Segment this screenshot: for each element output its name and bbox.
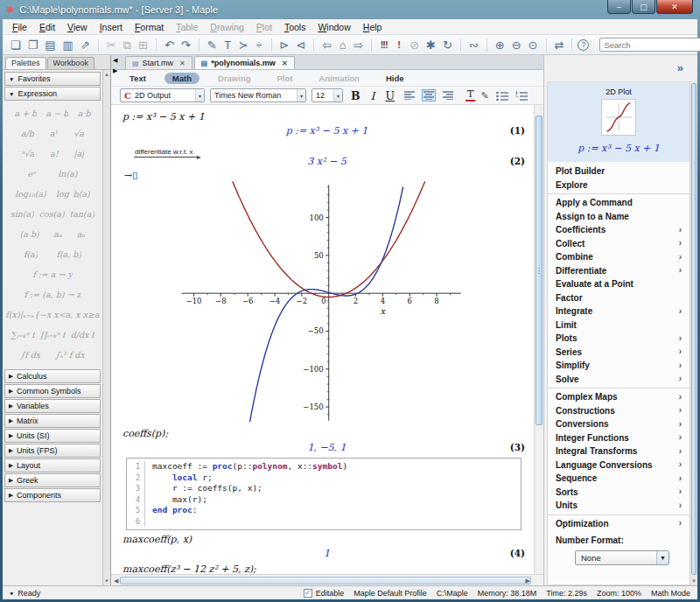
- scrollbar-thumb[interactable]: [120, 577, 531, 584]
- palette-item-definite-integral[interactable]: ∫ₐᵇ f dx: [55, 350, 84, 360]
- paste-icon[interactable]: ⊞: [136, 38, 150, 52]
- undo-icon[interactable]: ↶: [162, 38, 177, 52]
- context-menu-language-conversions[interactable]: Language Conversions›: [548, 458, 690, 472]
- context-menu-plot-builder[interactable]: Plot Builder: [548, 164, 690, 178]
- pen-annotation-icon[interactable]: ✎: [480, 90, 488, 102]
- palette-item-summation[interactable]: ∑ᵢ₌ₖⁿ f: [10, 330, 35, 340]
- interrupt-icon[interactable]: ⊘: [407, 38, 422, 52]
- italic-button[interactable]: I: [368, 89, 378, 102]
- context-menu-complex-maps[interactable]: Complex Maps›: [548, 390, 690, 404]
- scroll-down-icon[interactable]: ▼: [104, 578, 109, 584]
- menu-view[interactable]: View: [61, 20, 94, 34]
- bold-button[interactable]: B: [348, 89, 363, 102]
- execute-all-icon[interactable]: !!!: [377, 39, 390, 51]
- scroll-down-icon[interactable]: ▼: [691, 578, 696, 584]
- context-menu-differentiate[interactable]: Differentiate›: [548, 264, 690, 278]
- tab-workbook[interactable]: Workbook: [47, 57, 94, 69]
- menu-insert[interactable]: Insert: [94, 20, 129, 34]
- document-tab-start-mw[interactable]: ▤Start.mw✕: [125, 56, 192, 69]
- menu-help[interactable]: Help: [357, 20, 388, 34]
- palette-section-calculus[interactable]: ▶Calculus: [4, 369, 101, 383]
- palette-section-components[interactable]: ▶Components: [4, 488, 101, 502]
- outdent-section-icon[interactable]: ⊲: [293, 38, 308, 52]
- insert-maple-input-icon[interactable]: ≻: [236, 38, 251, 52]
- palette-section-units-si[interactable]: ▶Units (SI): [4, 429, 101, 443]
- close-tab-icon[interactable]: ✕: [282, 60, 288, 67]
- palette-item-product-operator[interactable]: ∏ᵢ₌ₖⁿ f: [40, 330, 66, 340]
- mode-animation[interactable]: Animation: [311, 73, 367, 84]
- context-menu-integrate[interactable]: Integrate›: [548, 304, 690, 318]
- mode-drawing[interactable]: Drawing: [210, 73, 258, 84]
- minimize-button[interactable]: –: [607, 0, 631, 14]
- palette-item-subscript[interactable]: aₙ: [53, 229, 62, 239]
- palette-item-evaluate-at-point[interactable]: f(x)|ₓ₌ₐ: [5, 310, 33, 319]
- menu-file[interactable]: File: [6, 20, 33, 34]
- code-edit-region[interactable]: 1maxcoeff := proc(p::polynom, x::symbol)…: [126, 458, 522, 530]
- numbered-list-icon[interactable]: [515, 91, 528, 101]
- palette-item-fraction[interactable]: a/b: [21, 129, 34, 138]
- style-select[interactable]: C 2D Output ▾: [120, 88, 205, 102]
- palette-section-layout[interactable]: ▶Layout: [4, 458, 101, 472]
- context-menu-plots[interactable]: Plots›: [548, 332, 690, 346]
- align-right-icon[interactable]: [441, 89, 455, 102]
- palette-item-power[interactable]: aᵇ: [50, 129, 58, 138]
- menu-window[interactable]: Window: [312, 20, 356, 34]
- go-home-icon[interactable]: ⌂: [336, 38, 349, 52]
- collapse-right-icon[interactable]: ▶: [113, 67, 117, 74]
- menu-table[interactable]: Table: [170, 20, 204, 34]
- input-p-assignment[interactable]: p := x³ − 5 x + 1: [122, 111, 534, 122]
- palette-item-function-two-arg[interactable]: f(a, b): [56, 249, 81, 259]
- context-menu-apply-a-command[interactable]: Apply a Command: [548, 196, 690, 210]
- status-editable[interactable]: ✓Editable: [304, 589, 345, 598]
- context-menu-simplify[interactable]: Simplify›: [548, 359, 690, 373]
- hyperlink-icon[interactable]: ∾: [466, 38, 481, 52]
- palette-item-exponential[interactable]: eᵃ: [27, 169, 35, 178]
- palette-item-mapping-two-arg[interactable]: f := (a, b) → z: [24, 290, 81, 299]
- mode-text[interactable]: Text: [122, 73, 154, 84]
- tab-navigation-icon[interactable]: ⇄: [552, 38, 567, 52]
- palette-section-common-symbols[interactable]: ▶Common Symbols: [4, 384, 101, 398]
- palette-item-log-base-b[interactable]: log_b(a): [56, 189, 90, 199]
- palette-item-indefinite-integral[interactable]: ∫f dx: [20, 350, 40, 360]
- align-left-icon[interactable]: [402, 89, 416, 102]
- export-document-icon[interactable]: ⇗: [78, 38, 93, 52]
- scroll-left-icon[interactable]: ◀: [114, 578, 118, 584]
- palette-item-piecewise[interactable]: {−x x<a, x x≥a: [34, 310, 100, 319]
- context-menu-units[interactable]: Units›: [548, 499, 690, 513]
- context-menu-coefficients[interactable]: Coefficients›: [548, 223, 690, 237]
- go-back-icon[interactable]: ⇦: [319, 38, 334, 52]
- context-menu-factor[interactable]: Factor: [548, 291, 690, 305]
- context-menu-limit[interactable]: Limit: [548, 318, 690, 332]
- palette-item-product[interactable]: a·b: [78, 108, 91, 118]
- chevron-down-icon[interactable]: ▾: [333, 89, 342, 102]
- menu-format[interactable]: Format: [129, 20, 170, 34]
- redo-icon[interactable]: ↷: [178, 38, 193, 52]
- scroll-right-icon[interactable]: ▶: [526, 578, 530, 584]
- font-select[interactable]: Times New Roman ▾: [210, 88, 306, 102]
- palette-item-tan[interactable]: tan(a): [70, 209, 95, 219]
- input-coeffs[interactable]: coeffs(p);: [122, 428, 534, 439]
- insert-drawing-icon[interactable]: ✎: [205, 38, 220, 52]
- font-size-select[interactable]: 12 ▾: [312, 88, 343, 102]
- input-maxcoeff-1[interactable]: maxcoeff(p, x): [122, 534, 534, 545]
- chevron-down-icon[interactable]: ▾: [297, 89, 305, 102]
- palette-item-square-root[interactable]: √a: [74, 129, 84, 138]
- search-input[interactable]: [604, 40, 700, 50]
- help-icon[interactable]: ?: [578, 39, 589, 51]
- chevron-down-icon[interactable]: ▼: [656, 551, 668, 564]
- palette-section-matrix[interactable]: ▶Matrix: [4, 414, 101, 428]
- worksheet[interactable]: p := x³ − 5 x + 1 p := x³ − 5 x + 1 (1) …: [111, 105, 534, 574]
- insert-exec-group-icon[interactable]: ÷: [253, 38, 266, 52]
- palette-item-sum[interactable]: a + b: [14, 108, 37, 118]
- menu-plot[interactable]: Plot: [250, 20, 278, 34]
- insert-text-icon[interactable]: T: [221, 38, 234, 52]
- context-menu-optimization[interactable]: Optimization›: [548, 517, 690, 531]
- plot-2d[interactable]: −10−8−6−4−202468−150−100−5050100x: [178, 181, 466, 424]
- scrollbar-thumb[interactable]: [536, 116, 542, 425]
- palette-section-variables[interactable]: ▶Variables: [4, 399, 101, 413]
- zoom-out-icon[interactable]: ⊖: [509, 38, 524, 52]
- context-menu-integral-transforms[interactable]: Integral Transforms›: [548, 444, 690, 458]
- context-menu-collect[interactable]: Collect›: [548, 237, 690, 251]
- context-menu-solve[interactable]: Solve›: [548, 373, 690, 387]
- debug-icon[interactable]: ✱: [424, 38, 438, 52]
